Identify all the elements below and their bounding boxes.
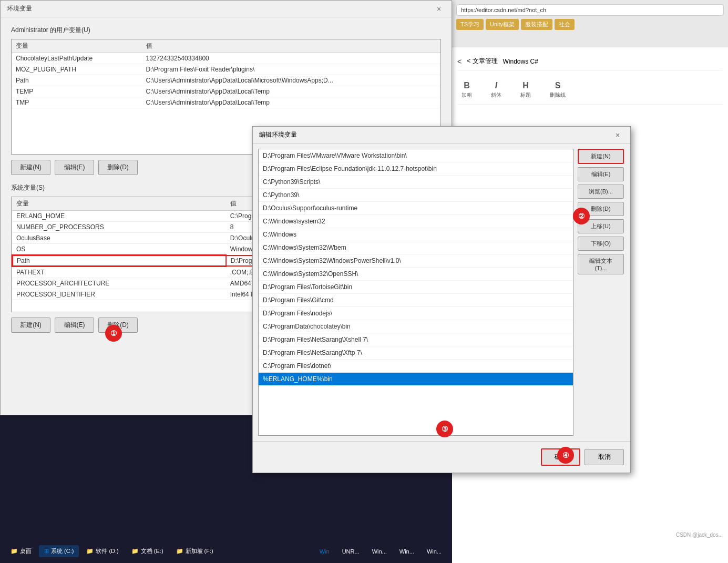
- editor-bold-btn[interactable]: B 加粗: [457, 79, 476, 101]
- sys-row-var: PROCESSOR_IDENTIFIER: [12, 289, 226, 300]
- user-delete-btn[interactable]: 删除(D): [98, 160, 138, 175]
- edit-dialog-close-btn[interactable]: ×: [611, 129, 624, 141]
- path-list-item[interactable]: C:\Windows\System32\Wbem: [259, 241, 573, 254]
- sys-row-var: ERLANG_HOME: [12, 211, 226, 222]
- path-list-item[interactable]: %ERLANG_HOME%\bin: [259, 373, 573, 386]
- user-row-var: Path: [12, 75, 142, 86]
- annotation-circle-4: ④: [557, 447, 574, 464]
- dialog-right-btn-0[interactable]: 新建(N): [578, 149, 624, 164]
- path-list-item[interactable]: D:\Program Files\Git\cmd: [259, 294, 573, 307]
- user-row-val: 132724332540334800: [142, 53, 440, 64]
- windows-icon-c: ⊞: [44, 548, 49, 555]
- tab-social[interactable]: 社会: [555, 19, 575, 30]
- heading-label: 标题: [520, 91, 531, 99]
- annotation-circle-2: ②: [573, 208, 590, 224]
- user-row-val: C:\Users\Administrator\AppData\Local\Tem…: [142, 97, 440, 108]
- taskbar-item-win4[interactable]: Win...: [422, 546, 447, 557]
- taskbar-f-drive[interactable]: 📁 新加坡 (F:): [171, 545, 219, 557]
- taskbar-desktop-label: 桌面: [20, 547, 32, 555]
- path-list-item[interactable]: D:\Program Files\NetSarang\Xftp 7\: [259, 346, 573, 360]
- path-list-item[interactable]: D:\Program Files\VMware\VMware Workstati…: [259, 149, 573, 162]
- user-table-row[interactable]: MOZ_PLUGIN_PATHD:\Program Files\Foxit Re…: [12, 64, 440, 75]
- sys-new-btn[interactable]: 新建(N): [11, 318, 50, 333]
- bold-icon: B: [464, 81, 470, 90]
- path-list-item[interactable]: C:\Python39\Scripts\: [259, 176, 573, 189]
- editor-italic-btn[interactable]: I 斜体: [487, 79, 506, 101]
- edit-dialog-cancel-btn[interactable]: 取消: [585, 449, 624, 465]
- taskbar-c-drive[interactable]: ⊞ 系统 (C:): [39, 545, 79, 557]
- user-new-btn[interactable]: 新建(N): [11, 160, 50, 175]
- nav-windows: Windows C#: [503, 58, 538, 65]
- user-table-row[interactable]: PathC:\Users\Administrator\AppData\Local…: [12, 75, 440, 86]
- italic-label: 斜体: [491, 91, 501, 99]
- browser-toolbar: https://editor.csdn.net/md?not_ch TS学习 U…: [452, 0, 728, 47]
- folder-icon-e: 📁: [131, 548, 139, 555]
- path-list-container[interactable]: D:\Program Files\VMware\VMware Workstati…: [258, 149, 573, 436]
- dialog-right-btn-5[interactable]: 下移(O): [578, 237, 624, 251]
- nav-article-mgmt: < 文章管理: [467, 57, 497, 66]
- sys-row-var: Path: [12, 255, 226, 267]
- taskbar-item-win3[interactable]: Win...: [394, 546, 419, 557]
- path-list-item[interactable]: D:\Program Files\NetSarang\Xshell 7\: [259, 333, 573, 346]
- taskbar-item-win2[interactable]: Win...: [367, 546, 392, 557]
- annotation-circle-3: ③: [436, 421, 453, 437]
- taskbar-e-drive[interactable]: 📁 文档 (E:): [126, 545, 169, 557]
- user-table-col-var: 变量: [12, 39, 142, 53]
- taskbar-f-label: 新加坡 (F:): [186, 547, 213, 555]
- edit-dialog-titlebar: 编辑环境变量 ×: [253, 127, 630, 144]
- taskbar-d-label: 软件 (D:): [96, 547, 118, 555]
- italic-icon: I: [495, 81, 497, 90]
- user-section-title: Administrator 的用户变量(U): [11, 26, 441, 35]
- path-list-item[interactable]: C:\Windows\System32\OpenSSH\: [259, 268, 573, 281]
- user-table-row[interactable]: TEMPC:\Users\Administrator\AppData\Local…: [12, 86, 440, 97]
- dialog-right-btn-6[interactable]: 编辑文本(T)...: [578, 254, 624, 274]
- env-window-title: 环境变量: [7, 4, 32, 13]
- path-list-item[interactable]: D:\Program Files\nodejs\: [259, 307, 573, 320]
- path-list-item[interactable]: C:\Windows\System32\WindowsPowerShell\v1…: [259, 254, 573, 268]
- path-list-item[interactable]: D:\Program Files\Eclipse Foundation\jdk-…: [259, 162, 573, 176]
- sys-row-var: PROCESSOR_ARCHITECTURE: [12, 278, 226, 289]
- tab-unity[interactable]: Unity框架: [486, 19, 519, 30]
- browser-tabs: TS学习 Unity框架 服装搭配 社会: [456, 19, 724, 30]
- browser-url-bar[interactable]: https://editor.csdn.net/md?not_ch: [456, 4, 724, 16]
- user-row-var: ChocolateyLastPathUpdate: [12, 53, 142, 64]
- path-list-item[interactable]: C:\Python39\: [259, 189, 573, 202]
- path-list-item[interactable]: D:\Oculus\Support\oculus-runtime: [259, 202, 573, 215]
- dialog-right-buttons: 新建(N)编辑(E)浏览(B)...删除(D)上移(U)下移(O)编辑文本(T)…: [578, 149, 625, 436]
- user-edit-btn[interactable]: 编辑(E): [55, 160, 94, 175]
- dialog-right-btn-2[interactable]: 浏览(B)...: [578, 185, 624, 199]
- taskbar-win-item1[interactable]: Win: [314, 546, 335, 557]
- path-list-item[interactable]: C:\Windows: [259, 228, 573, 241]
- editor-strikethrough-btn[interactable]: S 删除线: [546, 79, 570, 101]
- user-table-col-val: 值: [142, 39, 440, 53]
- sys-edit-btn[interactable]: 编辑(E): [55, 318, 94, 333]
- editor-heading-btn[interactable]: H 标题: [516, 79, 535, 101]
- user-table-row[interactable]: ChocolateyLastPathUpdate1327243325403348…: [12, 53, 440, 64]
- csdn-watermark: CSDN @jack_dos...: [676, 532, 723, 538]
- path-list-item[interactable]: D:\Program Files\TortoiseGit\bin: [259, 281, 573, 294]
- taskbar-item-unr[interactable]: UNR...: [337, 546, 365, 557]
- env-window-close-btn[interactable]: ×: [433, 3, 445, 15]
- taskbar-d-drive[interactable]: 📁 软件 (D:): [81, 545, 124, 557]
- path-list-item[interactable]: C:\Windows\system32: [259, 215, 573, 228]
- edit-dialog-title: 编辑环境变量: [259, 130, 297, 139]
- taskbar: 📁 桌面 ⊞ 系统 (C:) 📁 软件 (D:) 📁 文档 (E:) 📁 新加坡…: [0, 539, 452, 563]
- tab-fashion[interactable]: 服装搭配: [521, 19, 552, 30]
- sys-row-var: NUMBER_OF_PROCESSORS: [12, 222, 226, 233]
- tab-ts[interactable]: TS学习: [456, 19, 484, 30]
- taskbar-e-label: 文档 (E:): [141, 547, 163, 555]
- user-row-var: TMP: [12, 97, 142, 108]
- folder-icon-desktop: 📁: [11, 548, 18, 555]
- env-window-titlebar: 环境变量 ×: [1, 1, 452, 17]
- dialog-right-btn-1[interactable]: 编辑(E): [578, 167, 624, 181]
- user-table-row[interactable]: TMPC:\Users\Administrator\AppData\Local\…: [12, 97, 440, 108]
- folder-icon-f: 📁: [176, 548, 183, 555]
- strikethrough-label: 删除线: [550, 91, 566, 99]
- path-list-item[interactable]: C:\Program Files\dotnet\: [259, 360, 573, 373]
- nav-back-btn[interactable]: <: [457, 57, 462, 66]
- strikethrough-icon: S: [555, 81, 561, 90]
- sys-row-var: OculusBase: [12, 233, 226, 244]
- path-list-item[interactable]: C:\ProgramData\chocolatey\bin: [259, 320, 573, 333]
- taskbar-desktop[interactable]: 📁 桌面: [5, 545, 37, 557]
- edit-dialog-body: D:\Program Files\VMware\VMware Workstati…: [253, 144, 630, 441]
